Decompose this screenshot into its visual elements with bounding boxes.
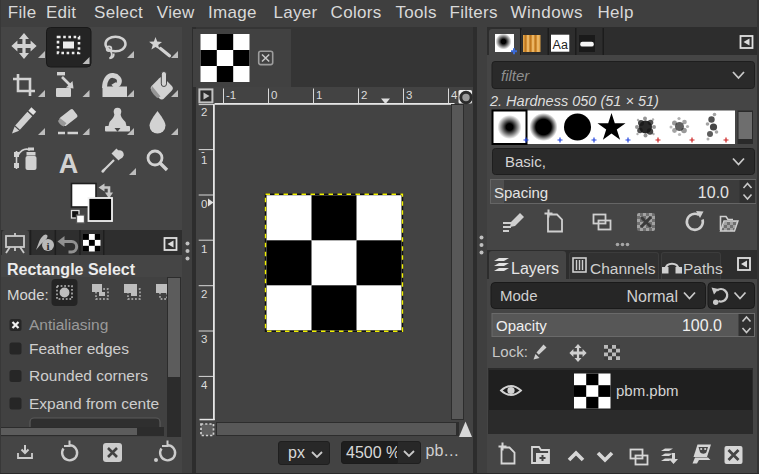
svg-text:4: 4 xyxy=(451,89,458,101)
svg-text:i: i xyxy=(46,240,49,252)
svg-text:Normal: Normal xyxy=(626,288,678,305)
svg-text:100.0: 100.0 xyxy=(682,317,722,334)
svg-text:10.0: 10.0 xyxy=(698,184,729,201)
svg-text:Basic,: Basic, xyxy=(505,153,546,170)
svg-text:Channels: Channels xyxy=(590,260,656,277)
svg-text:1: 1 xyxy=(201,154,207,166)
svg-text:4: 4 xyxy=(201,379,208,391)
svg-text:0: 0 xyxy=(271,89,277,101)
svg-text:2: 2 xyxy=(201,106,207,118)
svg-text:Paths: Paths xyxy=(683,260,723,277)
svg-text:Layers: Layers xyxy=(511,260,559,277)
svg-text:3: 3 xyxy=(201,333,207,345)
svg-text:2. Hardness 050 (51 × 51): 2. Hardness 050 (51 × 51) xyxy=(489,93,659,109)
svg-text:Lock:: Lock: xyxy=(492,343,528,360)
svg-text:1: 1 xyxy=(316,89,322,101)
svg-text:-1: -1 xyxy=(226,89,236,101)
svg-text:Opacity: Opacity xyxy=(496,317,547,334)
svg-text:3: 3 xyxy=(406,89,412,101)
svg-text:Feather edges: Feather edges xyxy=(29,340,129,357)
svg-text:2: 2 xyxy=(361,89,367,101)
svg-text:Spacing: Spacing xyxy=(494,184,548,201)
svg-text:0: 0 xyxy=(201,198,207,210)
svg-text:Mode: Mode xyxy=(500,287,538,304)
svg-text:pbm.pbm: pbm.pbm xyxy=(616,382,679,399)
svg-text:A: A xyxy=(59,149,79,179)
svg-text:2: 2 xyxy=(201,288,207,300)
svg-text:1: 1 xyxy=(201,243,207,255)
svg-text:Expand from cente: Expand from cente xyxy=(29,395,159,412)
svg-text:filter: filter xyxy=(501,67,530,84)
svg-text:Aa: Aa xyxy=(553,38,568,52)
svg-text:Mode:: Mode: xyxy=(7,286,49,303)
svg-text:Antialiasing: Antialiasing xyxy=(29,316,108,333)
svg-text:Rounded corners: Rounded corners xyxy=(29,367,148,384)
svg-text:Rectangle Select: Rectangle Select xyxy=(7,261,136,278)
